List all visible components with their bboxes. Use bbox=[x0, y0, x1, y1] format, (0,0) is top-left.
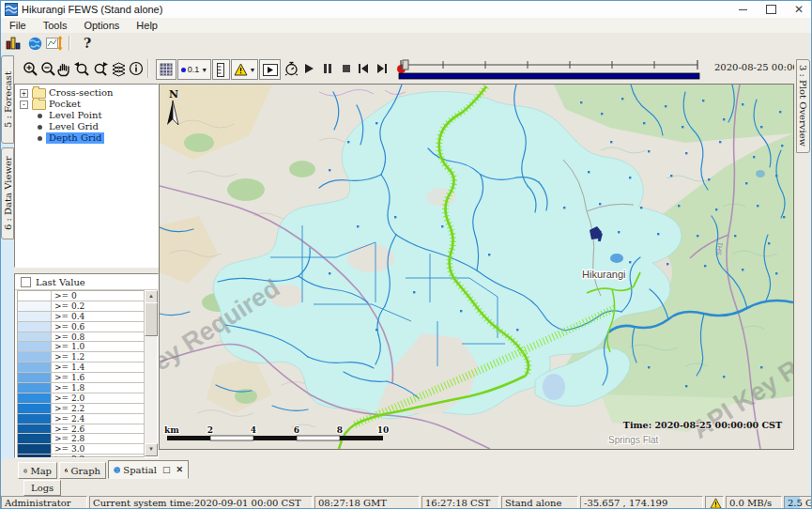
legend-row: >= 0.2 bbox=[18, 301, 144, 312]
legend-panel: Last Value >= 0>= 0.2>= 0.4>= 0.6>= 0.8>… bbox=[14, 273, 159, 458]
legend-scrollbar[interactable]: ▲ ▼ bbox=[144, 290, 157, 456]
timeline-slider[interactable] bbox=[398, 57, 700, 82]
close-panel-icon[interactable]: ✕ bbox=[176, 465, 183, 474]
collapse-icon[interactable]: - bbox=[20, 100, 28, 109]
title-bar[interactable]: Hikurangi FEWS (Stand alone) ✕ bbox=[1, 1, 812, 19]
status-memory: 2.5 GB bbox=[784, 496, 812, 509]
zoom-next-button[interactable] bbox=[91, 59, 109, 78]
sidebar-tab-forecast[interactable]: 5 : Forecast bbox=[1, 55, 14, 144]
zoom-out-button[interactable] bbox=[39, 59, 56, 78]
spatial-display-button[interactable] bbox=[45, 35, 64, 52]
tab-map[interactable]: Map bbox=[18, 462, 57, 479]
pause-button[interactable] bbox=[320, 59, 335, 78]
tree-item-depth-grid[interactable]: Depth Grid bbox=[15, 132, 158, 144]
bullet-icon bbox=[38, 136, 42, 141]
zoom-previous-button[interactable] bbox=[72, 59, 90, 78]
tab-graph[interactable]: Graph bbox=[59, 462, 106, 479]
legend-row-label: >= 2.2 bbox=[52, 404, 144, 413]
status-gmt-time: 08:27:18 GMT bbox=[314, 496, 420, 509]
legend-row-label: >= 2.0 bbox=[52, 393, 144, 403]
classification-button[interactable] bbox=[212, 59, 230, 80]
maximize-button[interactable] bbox=[757, 2, 785, 17]
warning-dropdown[interactable]: ▼ bbox=[231, 59, 258, 80]
float-panel-icon[interactable]: □ bbox=[162, 465, 171, 474]
info-button[interactable] bbox=[128, 59, 145, 78]
legend-row-label: >= 1.4 bbox=[52, 362, 144, 372]
status-mode: Stand alone bbox=[501, 496, 578, 509]
timeline-thumb[interactable] bbox=[403, 60, 408, 69]
legend-row-label: >= 0.6 bbox=[52, 322, 144, 332]
play-button[interactable] bbox=[301, 59, 316, 78]
chevron-down-icon: ▼ bbox=[250, 67, 256, 73]
animation-window-button[interactable] bbox=[259, 59, 281, 80]
logs-button-label: Logs bbox=[31, 483, 54, 493]
legend-row-label: >= 3.0 bbox=[52, 444, 144, 454]
left-tab-strip: 5 : Forecast 6 : Data Viewer bbox=[1, 54, 14, 459]
legend-row: >= 2.8 bbox=[18, 434, 144, 444]
interval-dropdown[interactable]: 0.1 ▼ bbox=[177, 59, 211, 80]
tree-item-label: Cross-section bbox=[46, 87, 115, 99]
step-forward-button[interactable] bbox=[375, 59, 390, 78]
status-coordinates: -35.657 , 174.199 bbox=[580, 496, 703, 509]
legend-color-swatch bbox=[18, 404, 52, 413]
legend-header-label: Last Value bbox=[36, 277, 85, 287]
legend-row: >= 1.8 bbox=[18, 383, 144, 393]
map-canvas[interactable]: API Key Required API Key Required N Hiku… bbox=[159, 84, 794, 450]
step-back-button[interactable] bbox=[356, 59, 371, 78]
stop-button[interactable] bbox=[339, 59, 354, 78]
menu-tools[interactable]: Tools bbox=[35, 18, 76, 33]
sidebar-tab-plot-overview[interactable]: 3 : Plot Overview bbox=[796, 59, 810, 153]
legend-color-swatch bbox=[18, 291, 52, 301]
interval-dot-icon bbox=[181, 68, 186, 72]
close-button[interactable]: ✕ bbox=[785, 2, 812, 17]
scroll-up-icon[interactable]: ▲ bbox=[145, 290, 158, 303]
legend-row-label: >= 0.2 bbox=[52, 301, 144, 311]
map-display-button[interactable] bbox=[26, 35, 43, 52]
legend-color-swatch bbox=[18, 312, 52, 321]
scrollbar-thumb[interactable] bbox=[145, 302, 158, 336]
data-tree-panel: + Cross-section - Pocket Level Point Lev… bbox=[14, 84, 159, 268]
menu-bar: File Tools Options Help bbox=[1, 18, 812, 34]
animation-timer-button[interactable] bbox=[283, 59, 299, 78]
scroll-down-icon[interactable]: ▼ bbox=[145, 443, 158, 456]
bullet-icon bbox=[38, 114, 42, 118]
town-label: Hikurangi bbox=[582, 269, 625, 280]
legend-row: >= 0 bbox=[18, 291, 144, 301]
help-button[interactable]: ? bbox=[81, 35, 94, 52]
tab-spatial[interactable]: Spatial □ ✕ bbox=[108, 460, 189, 479]
menu-help[interactable]: Help bbox=[128, 18, 166, 33]
status-warning[interactable] bbox=[705, 496, 724, 509]
database-display-button[interactable] bbox=[5, 35, 22, 52]
info-icon bbox=[129, 61, 144, 76]
zoom-in-button[interactable] bbox=[22, 59, 38, 78]
tab-map-label: Map bbox=[30, 466, 52, 476]
map-time-overlay: Time: 2020-08-25 00:00:00 CST bbox=[623, 420, 782, 430]
legend-row-label: >= 0.8 bbox=[52, 332, 144, 342]
map-toolbar: 0.1 ▼ ▼ bbox=[14, 54, 812, 85]
layers-button[interactable] bbox=[110, 59, 127, 78]
play-icon bbox=[304, 63, 314, 74]
menu-file[interactable]: File bbox=[1, 18, 35, 33]
spatial-chart-icon bbox=[46, 36, 63, 51]
forecast-tab-label: 5 : Forecast bbox=[3, 71, 13, 128]
tree-item-pocket[interactable]: - Pocket bbox=[15, 99, 158, 110]
sidebar-tab-data-viewer[interactable]: 6 : Data Viewer bbox=[1, 147, 14, 239]
pan-button[interactable] bbox=[55, 59, 72, 78]
logs-button[interactable]: Logs bbox=[23, 480, 61, 496]
svg-text:6: 6 bbox=[294, 425, 299, 435]
interval-value: 0.1 bbox=[188, 65, 200, 74]
legend-table: >= 0>= 0.2>= 0.4>= 0.6>= 0.8>= 1.0>= 1.2… bbox=[17, 290, 145, 457]
folder-icon bbox=[32, 100, 46, 110]
tree-item-level-point[interactable]: Level Point bbox=[15, 110, 158, 121]
area-label: Springs Flat bbox=[608, 435, 659, 445]
wireframe-globe-icon bbox=[23, 465, 27, 477]
minimize-button[interactable] bbox=[728, 2, 757, 17]
expand-icon[interactable]: + bbox=[20, 89, 28, 98]
menu-options[interactable]: Options bbox=[75, 18, 128, 33]
grid-toggle-button[interactable] bbox=[156, 59, 176, 80]
skip-start-icon bbox=[358, 63, 369, 74]
legend-row: >= 1.0 bbox=[18, 342, 144, 352]
status-user: Administrator bbox=[1, 496, 87, 509]
last-value-checkbox[interactable] bbox=[21, 277, 31, 287]
tree-item-level-grid[interactable]: Level Grid bbox=[15, 121, 158, 132]
